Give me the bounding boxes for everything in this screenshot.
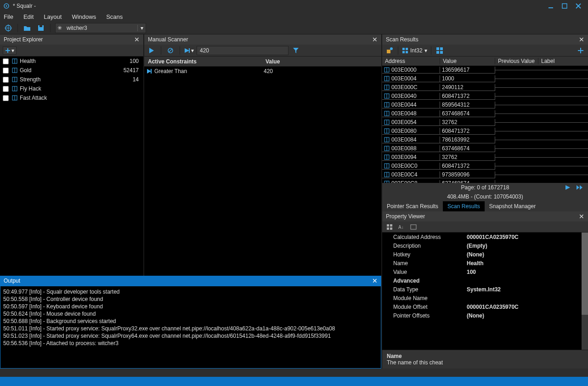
scan-results-toolbar: Int32 ▾ bbox=[382, 45, 588, 57]
result-label bbox=[538, 148, 588, 149]
scan-result-row[interactable]: 003E0000 136596617 bbox=[382, 66, 588, 74]
scan-result-row[interactable]: 003E0004 1000 bbox=[382, 74, 588, 83]
project-item-checkbox[interactable] bbox=[3, 95, 9, 101]
project-item-checkbox[interactable] bbox=[3, 58, 9, 64]
project-item[interactable]: Fast Attack bbox=[0, 93, 143, 102]
menu-layout[interactable]: Layout bbox=[44, 13, 62, 20]
svg-rect-3 bbox=[562, 4, 567, 8]
project-item[interactable]: Health 100 bbox=[0, 57, 143, 66]
scan-result-row[interactable]: 003E000C 2490112 bbox=[382, 83, 588, 92]
property-value: 000001CA0235970C bbox=[467, 234, 519, 240]
scan-result-list[interactable]: 003E0000 136596617 003E0004 1000 003E000… bbox=[382, 66, 588, 183]
result-label bbox=[538, 175, 588, 175]
tab-scan-results[interactable]: Scan Results bbox=[443, 201, 485, 211]
categorize-icon[interactable] bbox=[385, 222, 394, 232]
property-description: Name The name of this cheat bbox=[382, 350, 588, 369]
result-address: 003E000C bbox=[391, 84, 418, 91]
result-value: 608471372 bbox=[440, 128, 495, 135]
property-row[interactable]: Description(Empty) bbox=[382, 241, 588, 250]
scan-result-row[interactable]: 003E0094 32762 bbox=[382, 153, 588, 162]
grid-view-icon[interactable] bbox=[435, 46, 444, 55]
scan-result-row[interactable]: 003E00C0 608471372 bbox=[382, 162, 588, 170]
scan-result-row[interactable]: 003E00C8 637468674 bbox=[382, 179, 588, 183]
property-row[interactable]: Pointer Offsets(None) bbox=[382, 311, 588, 320]
scan-result-row[interactable]: 003E0084 786163992 bbox=[382, 136, 588, 144]
scan-results-close[interactable]: ✕ bbox=[579, 36, 584, 43]
manual-scanner-close[interactable]: ✕ bbox=[372, 36, 378, 43]
property-key: Advanced bbox=[393, 278, 467, 284]
project-item[interactable]: Gold 52417 bbox=[0, 66, 143, 75]
result-address: 003E0080 bbox=[391, 128, 417, 134]
result-label bbox=[538, 79, 588, 79]
scan-result-row[interactable]: 003E0080 608471372 bbox=[382, 127, 588, 136]
property-row[interactable]: Data TypeSystem.Int32 bbox=[382, 285, 588, 294]
project-item-checkbox[interactable] bbox=[3, 68, 9, 74]
next-page-icon[interactable] bbox=[565, 185, 571, 190]
results-tabs: Pointer Scan Results Scan Results Snapsh… bbox=[382, 201, 588, 211]
menu-scans[interactable]: Scans bbox=[106, 13, 123, 20]
filter-icon[interactable] bbox=[291, 46, 300, 55]
process-selector[interactable]: ✳ ▾ bbox=[55, 23, 146, 33]
scan-value-input[interactable] bbox=[197, 46, 288, 55]
add-item-button[interactable]: ▾ bbox=[3, 46, 17, 55]
add-result-icon[interactable] bbox=[576, 46, 585, 55]
constraint-type-button[interactable]: ▾ bbox=[185, 46, 194, 55]
sort-icon[interactable]: A↓ bbox=[397, 222, 406, 232]
project-item[interactable]: Strength 14 bbox=[0, 75, 143, 84]
property-row[interactable]: Hotkey(None) bbox=[382, 250, 588, 259]
result-value: 1000 bbox=[440, 75, 495, 82]
props-icon[interactable] bbox=[409, 222, 418, 232]
property-row[interactable]: Calculated Address000001CA0235970C bbox=[382, 233, 588, 241]
collect-icon[interactable] bbox=[385, 46, 394, 55]
scan-result-footer: Page: 0 of 1672718 bbox=[382, 183, 588, 192]
process-dropdown-icon[interactable]: ▾ bbox=[137, 25, 146, 31]
project-item-checkbox[interactable] bbox=[3, 77, 9, 83]
scan-result-row[interactable]: 003E0048 637468674 bbox=[382, 109, 588, 118]
maximize-button[interactable] bbox=[558, 1, 571, 11]
constraint-value: 420 bbox=[264, 68, 381, 74]
header-prev: Previous Value bbox=[495, 58, 538, 64]
play-scan-icon[interactable] bbox=[147, 46, 156, 55]
output-close[interactable]: ✕ bbox=[372, 277, 378, 284]
cancel-scan-icon[interactable] bbox=[166, 46, 175, 55]
save-icon[interactable] bbox=[36, 23, 45, 33]
datatype-selector[interactable]: Int32 ▾ bbox=[402, 47, 427, 54]
menu-windows[interactable]: Windows bbox=[72, 13, 96, 20]
property-row[interactable]: NameHealth bbox=[382, 259, 588, 267]
project-item-checkbox[interactable] bbox=[3, 86, 9, 92]
target-icon[interactable] bbox=[4, 23, 13, 33]
constraint-row[interactable]: Greater Than420 bbox=[144, 67, 381, 76]
scan-result-row[interactable]: 003E0044 859564312 bbox=[382, 101, 588, 109]
property-scrollbar[interactable] bbox=[582, 233, 588, 350]
result-value: 637468674 bbox=[440, 145, 495, 152]
datatype-label: Int32 bbox=[410, 47, 423, 54]
svg-marker-73 bbox=[565, 185, 570, 190]
scan-result-row[interactable]: 003E0088 637468674 bbox=[382, 144, 588, 153]
last-page-icon[interactable] bbox=[576, 185, 583, 190]
project-item[interactable]: Fly Hack bbox=[0, 84, 143, 93]
tab-snapshot-manager[interactable]: Snapshot Manager bbox=[485, 201, 540, 211]
property-viewer-close[interactable]: ✕ bbox=[579, 213, 584, 220]
process-name-input[interactable] bbox=[64, 25, 137, 31]
project-explorer-close[interactable]: ✕ bbox=[134, 36, 140, 43]
result-label bbox=[538, 105, 588, 105]
output-title: Output bbox=[4, 278, 372, 284]
property-row[interactable]: Module Offset000001CA0235970C bbox=[382, 302, 588, 311]
minimize-button[interactable] bbox=[544, 1, 558, 11]
property-row[interactable]: Value100 bbox=[382, 267, 588, 276]
scan-result-row[interactable]: 003E0054 32762 bbox=[382, 118, 588, 127]
result-value: 608471372 bbox=[440, 163, 495, 170]
output-log[interactable]: 50:49.977 [Info] - Squalr developer tool… bbox=[0, 286, 381, 369]
menu-file[interactable]: File bbox=[4, 13, 13, 20]
close-button[interactable] bbox=[571, 1, 585, 11]
tab-pointer-results[interactable]: Pointer Scan Results bbox=[382, 201, 443, 211]
scan-result-row[interactable]: 003E00C4 973859096 bbox=[382, 170, 588, 179]
scan-result-row[interactable]: 003E0040 608471372 bbox=[382, 92, 588, 101]
result-address: 003E0000 bbox=[391, 67, 417, 73]
constraint-headers: Active Constraints Value bbox=[144, 57, 381, 67]
property-row[interactable]: Module Name bbox=[382, 294, 588, 302]
open-folder-icon[interactable] bbox=[23, 23, 32, 33]
scan-stats: 408.4MB - (Count: 107054003) bbox=[382, 192, 588, 201]
property-list[interactable]: Calculated Address000001CA0235970CDescri… bbox=[382, 233, 588, 350]
menu-edit[interactable]: Edit bbox=[23, 13, 34, 20]
